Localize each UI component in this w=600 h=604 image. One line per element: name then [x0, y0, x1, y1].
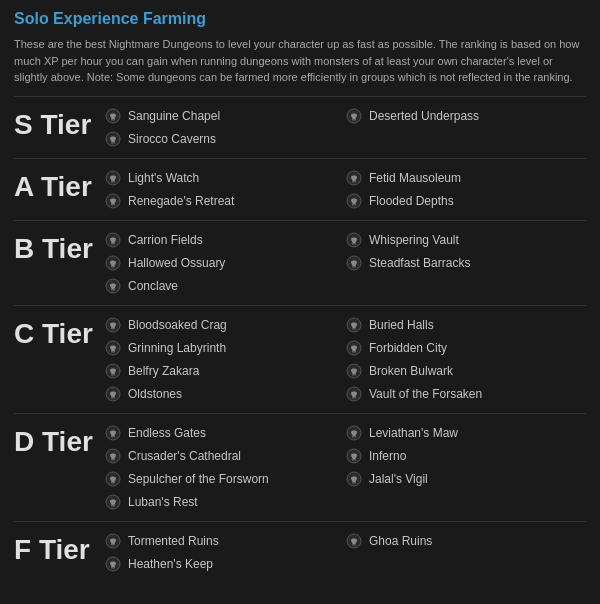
dungeon-icon: [345, 447, 363, 465]
tier-label: A Tier: [14, 169, 104, 203]
dungeon-icon: [345, 192, 363, 210]
tier-label: C Tier: [14, 316, 104, 350]
dungeon-name: Hallowed Ossuary: [128, 256, 225, 270]
main-container: Solo Experience Farming These are the be…: [0, 0, 600, 593]
svg-rect-74: [355, 436, 356, 438]
dungeon-icon: [104, 169, 122, 187]
dungeon-icon: [345, 362, 363, 380]
dungeon-name: Grinning Labyrinth: [128, 341, 226, 355]
tier-label: B Tier: [14, 231, 104, 265]
dungeon-item: Jalal's Vigil: [345, 470, 586, 488]
svg-rect-19: [353, 204, 354, 206]
svg-rect-68: [114, 482, 115, 484]
svg-rect-44: [114, 374, 115, 376]
svg-rect-77: [355, 459, 356, 461]
tier-label: D Tier: [14, 424, 104, 458]
dungeon-name: Conclave: [128, 279, 178, 293]
dungeon-name: Jalal's Vigil: [369, 472, 428, 486]
dungeon-icon: [104, 493, 122, 511]
dungeon-icon: [104, 130, 122, 148]
svg-rect-25: [112, 266, 113, 268]
dungeon-item: Sepulcher of the Forsworn: [104, 470, 345, 488]
svg-rect-89: [355, 544, 356, 546]
dungeon-item: Vault of the Forsaken: [345, 385, 586, 403]
svg-rect-65: [114, 459, 115, 461]
svg-rect-17: [355, 181, 356, 183]
dungeon-name: Forbidden City: [369, 341, 447, 355]
dungeon-item: Hallowed Ossuary: [104, 254, 345, 272]
svg-rect-86: [114, 567, 115, 569]
svg-rect-88: [353, 544, 354, 546]
svg-rect-16: [353, 181, 354, 183]
dungeon-icon: [345, 339, 363, 357]
dungeon-item: Deserted Underpass: [345, 107, 586, 125]
dungeon-item: Steadfast Barracks: [345, 254, 586, 272]
tier-section-b-tier: B Tier Carrion Fields Hallowed Ossuary C…: [14, 220, 586, 305]
dungeon-name: Fetid Mausoleum: [369, 171, 461, 185]
dungeon-name: Light's Watch: [128, 171, 199, 185]
dungeon-name: Whispering Vault: [369, 233, 459, 247]
svg-rect-23: [114, 243, 115, 245]
svg-rect-41: [114, 351, 115, 353]
tier-column-left: Sanguine Chapel Sirocco Caverns: [104, 107, 345, 148]
dungeon-name: Luban's Rest: [128, 495, 198, 509]
dungeon-name: Leviathan's Maw: [369, 426, 458, 440]
svg-rect-37: [112, 328, 113, 330]
tier-column-right: Whispering Vault Steadfast Barracks: [345, 231, 586, 295]
svg-rect-52: [353, 351, 354, 353]
svg-rect-43: [112, 374, 113, 376]
dungeon-icon: [345, 254, 363, 272]
dungeon-item: Fetid Mausoleum: [345, 169, 586, 187]
page-title: Solo Experience Farming: [14, 10, 586, 28]
dungeon-name: Broken Bulwark: [369, 364, 453, 378]
dungeon-item: Endless Gates: [104, 424, 345, 442]
svg-rect-85: [112, 567, 113, 569]
dungeon-icon: [104, 424, 122, 442]
svg-rect-70: [112, 505, 113, 507]
dungeon-item: Belfry Zakara: [104, 362, 345, 380]
tier-column-right: Ghoa Ruins: [345, 532, 586, 573]
svg-rect-1: [112, 119, 113, 121]
dungeon-item: Heathen's Keep: [104, 555, 345, 573]
dungeon-item: Bloodsoaked Crag: [104, 316, 345, 334]
svg-rect-73: [353, 436, 354, 438]
tier-content: Endless Gates Crusader's Cathedral Sepul…: [104, 424, 586, 511]
tier-column-left: Bloodsoaked Crag Grinning Labyrinth Belf…: [104, 316, 345, 403]
tier-section-c-tier: C Tier Bloodsoaked Crag Grinning Labyrin…: [14, 305, 586, 413]
tier-section-f-tier: F Tier Tormented Ruins Heathen's Keep Gh…: [14, 521, 586, 583]
page-description: These are the best Nightmare Dungeons to…: [14, 36, 586, 86]
svg-rect-32: [355, 243, 356, 245]
tier-column-right: Deserted Underpass: [345, 107, 586, 148]
tier-column-left: Carrion Fields Hallowed Ossuary Conclave: [104, 231, 345, 295]
dungeon-name: Carrion Fields: [128, 233, 203, 247]
svg-rect-31: [353, 243, 354, 245]
dungeon-item: Crusader's Cathedral: [104, 447, 345, 465]
dungeon-name: Belfry Zakara: [128, 364, 199, 378]
dungeon-name: Steadfast Barracks: [369, 256, 470, 270]
dungeon-item: Flooded Depths: [345, 192, 586, 210]
dungeon-name: Flooded Depths: [369, 194, 454, 208]
dungeon-icon: [345, 169, 363, 187]
tier-content: Carrion Fields Hallowed Ossuary Conclave…: [104, 231, 586, 295]
svg-rect-80: [355, 482, 356, 484]
svg-rect-20: [355, 204, 356, 206]
dungeon-icon: [104, 555, 122, 573]
svg-rect-38: [114, 328, 115, 330]
dungeon-item: Broken Bulwark: [345, 362, 586, 380]
dungeon-icon: [104, 316, 122, 334]
tier-content: Light's Watch Renegade's Retreat Fetid M…: [104, 169, 586, 210]
svg-rect-49: [353, 328, 354, 330]
svg-rect-22: [112, 243, 113, 245]
dungeon-item: Whispering Vault: [345, 231, 586, 249]
svg-rect-26: [114, 266, 115, 268]
dungeon-icon: [104, 447, 122, 465]
tier-content: Tormented Ruins Heathen's Keep Ghoa Ruin…: [104, 532, 586, 573]
dungeon-icon: [104, 385, 122, 403]
dungeon-icon: [345, 470, 363, 488]
tiers-container: S Tier Sanguine Chapel Sirocco Caverns D…: [14, 96, 586, 583]
dungeon-item: Tormented Ruins: [104, 532, 345, 550]
svg-rect-7: [353, 119, 354, 121]
dungeon-icon: [104, 107, 122, 125]
svg-rect-83: [114, 544, 115, 546]
tier-column-right: Leviathan's Maw Inferno Jalal's Vigil: [345, 424, 586, 511]
